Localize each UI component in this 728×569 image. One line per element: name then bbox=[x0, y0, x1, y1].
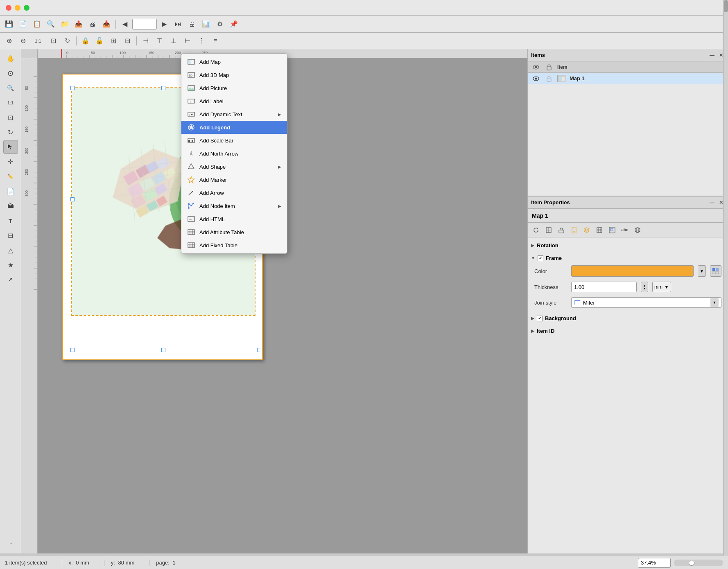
refresh-tool[interactable]: ↻ bbox=[3, 125, 18, 139]
select-tool[interactable] bbox=[3, 140, 18, 154]
handle-tm[interactable] bbox=[161, 86, 165, 90]
color-dropdown-btn[interactable]: ▼ bbox=[698, 265, 706, 277]
zoom-minus-button[interactable]: ⊖ bbox=[16, 35, 29, 47]
rotation-header[interactable]: ▶ Rotation bbox=[531, 241, 725, 250]
color-picker-box[interactable] bbox=[571, 265, 694, 277]
background-checkbox[interactable]: ✓ bbox=[537, 316, 543, 321]
group-button[interactable]: ⊞ bbox=[107, 35, 120, 47]
export3-button[interactable]: 📊 bbox=[199, 18, 213, 30]
add-bar-sidebar-tool[interactable]: ⊟ bbox=[3, 228, 18, 242]
save-button[interactable]: 💾 bbox=[2, 18, 16, 30]
pan-tool[interactable]: ✋ bbox=[3, 52, 18, 65]
add-image-sidebar-tool[interactable]: 🏔 bbox=[3, 199, 18, 213]
handle-br[interactable] bbox=[257, 348, 261, 352]
zoom-plus-button[interactable]: ⊕ bbox=[2, 35, 16, 47]
settings-button[interactable]: ⚙ bbox=[213, 18, 226, 30]
zoom-full-button[interactable]: 🔍 bbox=[44, 18, 57, 30]
edit-nodes-tool[interactable]: ✏️ bbox=[3, 169, 18, 183]
nav-left-button[interactable]: ◀ bbox=[118, 18, 131, 30]
menu-item-add-picture[interactable]: Add Picture bbox=[181, 81, 287, 95]
frame-header[interactable]: ▼ ✓ Frame bbox=[531, 253, 725, 263]
handle-bl[interactable] bbox=[70, 348, 75, 352]
maximize-button[interactable] bbox=[24, 5, 29, 11]
menu-item-add-html[interactable]: </> Add HTML bbox=[181, 212, 287, 226]
new-button[interactable]: 📄 bbox=[16, 18, 29, 30]
items-panel-minimize[interactable]: — bbox=[708, 52, 716, 59]
zoom-out-tool[interactable]: 🔍 bbox=[3, 81, 18, 95]
prop-grid-btn[interactable] bbox=[594, 225, 605, 235]
thickness-unit-select[interactable]: mm ▼ bbox=[652, 282, 671, 292]
add-pages-tool[interactable]: 📄 bbox=[3, 184, 18, 198]
prop-bookmark-btn[interactable] bbox=[568, 225, 580, 235]
zoom-fit-tool[interactable]: ⊡ bbox=[3, 111, 18, 124]
prop-overview-btn[interactable] bbox=[606, 225, 618, 235]
menu-item-add-north-arrow[interactable]: Add North Arrow bbox=[181, 147, 287, 160]
prop-refresh-btn[interactable] bbox=[530, 225, 542, 235]
menu-item-add-legend[interactable]: Add Legend bbox=[181, 121, 287, 134]
items-table-row-map1[interactable]: Map 1 bbox=[528, 73, 728, 84]
menu-item-add-dynamic-text[interactable]: T▼ Add Dynamic Text ▶ bbox=[181, 108, 287, 121]
page-number-input[interactable]: 1 bbox=[132, 19, 157, 29]
thickness-spinner[interactable]: ▲▼ bbox=[641, 282, 648, 292]
properties-panel-minimize[interactable]: — bbox=[708, 199, 716, 206]
add-shape-sidebar-tool[interactable]: △ bbox=[3, 243, 18, 257]
handle-bm[interactable] bbox=[161, 348, 165, 352]
prop-globe-btn[interactable] bbox=[632, 225, 643, 235]
menu-item-add-label[interactable]: T Add Label bbox=[181, 95, 287, 108]
color-extra-btn[interactable] bbox=[710, 265, 721, 277]
nav-first-button[interactable]: ⏭ bbox=[172, 18, 185, 30]
zoom-fit-button[interactable]: ⊡ bbox=[47, 35, 60, 47]
refresh-button[interactable]: ↻ bbox=[61, 35, 74, 47]
thickness-input[interactable] bbox=[571, 282, 637, 292]
row-visible-checkbox[interactable] bbox=[531, 75, 541, 83]
align4-button[interactable]: ⊢ bbox=[181, 35, 194, 47]
prop-extent-btn[interactable] bbox=[543, 225, 554, 235]
menu-item-add-node-item[interactable]: Add Node Item ▶ bbox=[181, 199, 287, 212]
menu-item-add-3d-map[interactable]: 3D Add 3D Map bbox=[181, 68, 287, 81]
menu-item-add-scale-bar[interactable]: Add Scale Bar bbox=[181, 134, 287, 147]
frame-checkbox[interactable]: ✓ bbox=[538, 255, 543, 261]
pin-button[interactable]: 📌 bbox=[227, 18, 240, 30]
properties-scrollbar[interactable] bbox=[723, 196, 728, 553]
handle-ml[interactable] bbox=[70, 197, 75, 201]
menu-item-add-marker[interactable]: Add Marker bbox=[181, 173, 287, 186]
move-item-tool[interactable]: ✛ bbox=[3, 155, 18, 169]
lock-button[interactable]: 🔒 bbox=[79, 35, 92, 47]
duplicate-button[interactable]: 📋 bbox=[30, 18, 43, 30]
menu-item-add-arrow[interactable]: Add Arrow bbox=[181, 186, 287, 199]
background-header[interactable]: ▶ ✓ Background bbox=[531, 314, 725, 323]
zoom-in-tool[interactable]: ⊙ bbox=[3, 66, 18, 80]
add-arrow-sidebar-tool[interactable]: ↗ bbox=[3, 273, 18, 287]
prop-abc-btn[interactable]: abc bbox=[619, 225, 631, 235]
close-button[interactable] bbox=[6, 5, 11, 11]
export2-button[interactable]: 📥 bbox=[100, 18, 113, 30]
zoom-slider[interactable] bbox=[674, 560, 723, 566]
menu-item-add-map[interactable]: Add Map bbox=[181, 55, 287, 68]
join-style-dropdown[interactable]: Miter ▼ bbox=[571, 297, 721, 308]
print-button[interactable]: 🖨 bbox=[86, 18, 99, 30]
prop-layers-btn[interactable] bbox=[581, 225, 592, 235]
menu-item-add-shape[interactable]: Add Shape ▶ bbox=[181, 160, 287, 173]
align2-button[interactable]: ⊤ bbox=[153, 35, 166, 47]
zoom-100-button[interactable]: 1:1 bbox=[30, 35, 46, 47]
more-sidebar-tool[interactable]: ⌃ bbox=[3, 537, 18, 551]
one-to-one-tool[interactable]: 1:1 bbox=[3, 96, 18, 110]
ungroup-button[interactable]: ⊟ bbox=[121, 35, 134, 47]
menu-item-add-attribute-table[interactable]: Add Attribute Table bbox=[181, 226, 287, 239]
minimize-button[interactable] bbox=[15, 5, 20, 11]
nav-right-button[interactable]: ▶ bbox=[158, 18, 171, 30]
align5-button[interactable]: ⋮ bbox=[195, 35, 208, 47]
item-id-header[interactable]: ▶ Item ID bbox=[531, 326, 725, 336]
unlock-button[interactable]: 🔓 bbox=[93, 35, 106, 47]
export-button[interactable]: 📤 bbox=[72, 18, 85, 30]
align3-button[interactable]: ⊥ bbox=[167, 35, 180, 47]
open-folder-button[interactable]: 📁 bbox=[58, 18, 71, 30]
prop-lock-extent-btn[interactable] bbox=[556, 225, 567, 235]
add-star-sidebar-tool[interactable]: ★ bbox=[3, 258, 18, 272]
zoom-slider-thumb[interactable] bbox=[689, 560, 694, 566]
add-text-sidebar-tool[interactable]: T bbox=[3, 214, 18, 228]
align6-button[interactable]: ≡ bbox=[209, 35, 222, 47]
align1-button[interactable]: ⊣ bbox=[139, 35, 152, 47]
print2-button[interactable]: 🖨 bbox=[185, 18, 199, 30]
menu-item-add-fixed-table[interactable]: Add Fixed Table bbox=[181, 239, 287, 252]
